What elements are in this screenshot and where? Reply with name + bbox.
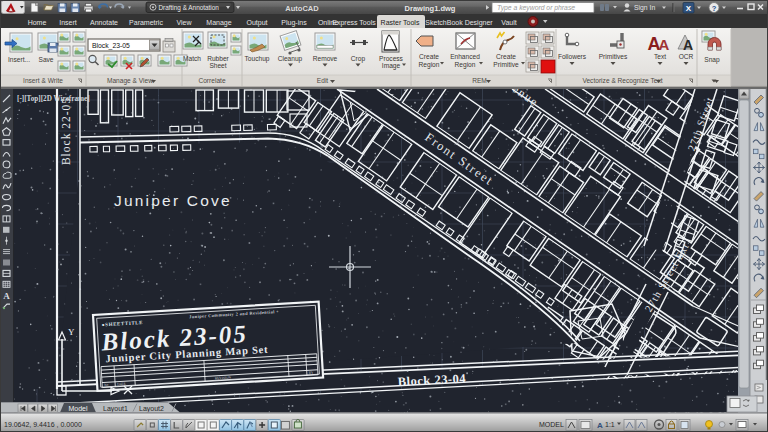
svg-text:Block_23-05: Block_23-05 (92, 42, 130, 50)
svg-text:Primitives: Primitives (599, 53, 628, 60)
svg-text:A: A (3, 291, 10, 301)
svg-text:Manage & View: Manage & View (107, 77, 153, 85)
svg-text:Rubber: Rubber (207, 55, 229, 62)
svg-text:Followers: Followers (558, 53, 587, 60)
svg-text:Cleanup: Cleanup (278, 55, 303, 63)
svg-text:[-][Top][2D Wireframe]: [-][Top][2D Wireframe] (17, 95, 90, 103)
svg-text:A: A (659, 36, 670, 53)
svg-text:?: ? (712, 4, 717, 13)
svg-text:Vectorize & Recognize Text: Vectorize & Recognize Text (582, 77, 662, 85)
svg-text:Drafting & Annotation: Drafting & Annotation (159, 4, 220, 12)
svg-text:Sign In: Sign In (634, 4, 655, 12)
svg-text:Match: Match (183, 55, 201, 62)
svg-text:X: X (686, 4, 692, 13)
svg-text:Enhanced: Enhanced (450, 53, 480, 60)
svg-text:Y: Y (68, 327, 75, 337)
svg-text:Save: Save (38, 56, 53, 63)
svg-text:Create: Create (419, 53, 439, 60)
svg-text:Primitive: Primitive (493, 61, 519, 68)
svg-text:Express Tools: Express Tools (332, 19, 376, 27)
svg-text:Model: Model (68, 405, 88, 412)
svg-text:REM: REM (472, 77, 487, 84)
svg-text:19.0642, 9.4416 , 0.0000: 19.0642, 9.4416 , 0.0000 (4, 421, 82, 428)
svg-text:Output: Output (246, 19, 267, 27)
svg-text:Plug-ins: Plug-ins (281, 19, 307, 27)
svg-text:Drawing1.dwg: Drawing1.dwg (405, 4, 456, 13)
svg-text:Remove: Remove (313, 55, 338, 62)
svg-text:Text: Text (654, 53, 666, 60)
svg-text:Manage: Manage (206, 19, 231, 27)
svg-text:Vault: Vault (501, 19, 516, 26)
svg-text:Insert...: Insert... (8, 56, 30, 63)
svg-text:SketchBook Designer: SketchBook Designer (425, 19, 493, 27)
svg-text:1:1: 1:1 (605, 421, 615, 428)
svg-text:Image: Image (382, 62, 401, 70)
svg-text:BY: BY (309, 370, 314, 374)
svg-text:DATE: DATE (117, 382, 126, 387)
svg-text:Block 22-05: Block 22-05 (60, 97, 72, 165)
svg-text:Home: Home (28, 19, 47, 26)
svg-text:Raster Tools: Raster Tools (381, 19, 420, 26)
svg-text:MODEL: MODEL (539, 421, 564, 428)
svg-text:Create: Create (496, 53, 516, 60)
svg-text:Correlate: Correlate (198, 77, 225, 84)
svg-text:Annotate: Annotate (90, 19, 118, 26)
svg-text:AutoCAD: AutoCAD (285, 4, 319, 13)
svg-text:Edit: Edit (317, 77, 329, 84)
svg-text:A: A (597, 421, 603, 430)
svg-text:Layout2: Layout2 (139, 405, 164, 413)
svg-text:Insert & Write: Insert & Write (23, 77, 63, 84)
svg-text:Region: Region (455, 61, 476, 69)
svg-text:Sheet: Sheet (209, 62, 226, 69)
svg-text:Insert: Insert (59, 19, 77, 26)
svg-text:No: No (104, 383, 109, 387)
svg-text:Type a keyword or phrase: Type a keyword or phrase (497, 4, 575, 12)
svg-text:A: A (683, 37, 693, 53)
svg-text:View: View (176, 19, 192, 26)
svg-text:Parametric: Parametric (129, 19, 163, 26)
svg-text:Juniper Cove: Juniper Cove (114, 192, 232, 209)
svg-text:Snap: Snap (704, 56, 720, 64)
svg-text:Layout1: Layout1 (103, 405, 128, 413)
svg-text:Touchup: Touchup (245, 55, 270, 63)
svg-text:OCR: OCR (679, 53, 694, 60)
svg-text:Process: Process (379, 55, 404, 62)
svg-text:Crop: Crop (351, 55, 366, 63)
svg-text:Region: Region (419, 61, 440, 69)
